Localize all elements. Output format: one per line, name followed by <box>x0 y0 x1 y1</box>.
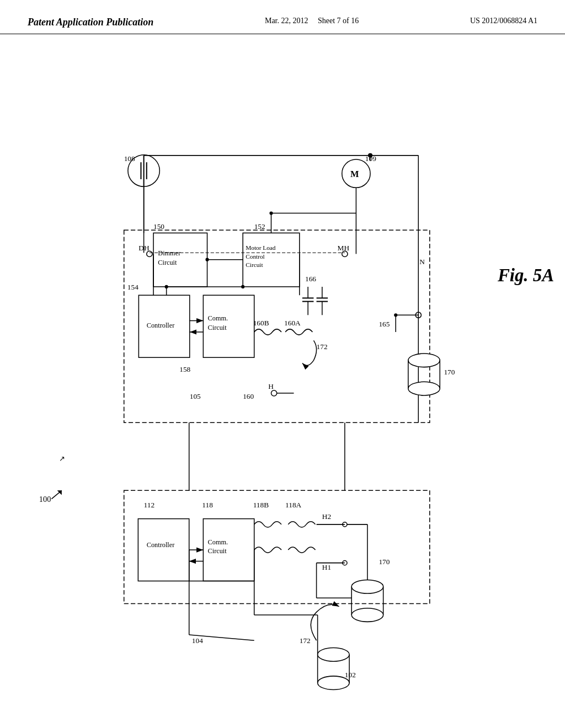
ref-118: 118 <box>202 501 213 509</box>
svg-point-58 <box>271 390 276 396</box>
svg-point-5 <box>318 648 349 662</box>
comm-top-label2: Circuit <box>208 324 227 331</box>
svg-point-69 <box>165 285 168 288</box>
comm-bot-label2: Circuit <box>208 547 227 555</box>
controller-bot-label: Controller <box>147 541 175 549</box>
svg-point-39 <box>368 153 372 158</box>
ref-170-top: 170 <box>444 368 455 376</box>
ref-154: 154 <box>127 283 138 291</box>
svg-point-72 <box>269 211 273 215</box>
publication-date: Mar. 22, 2012 <box>265 17 308 25</box>
patent-page: Patent Application Publication Mar. 22, … <box>0 0 565 728</box>
ref-104: 104 <box>192 636 203 645</box>
ref-H1: H1 <box>322 563 331 571</box>
ref-150: 150 <box>153 222 164 231</box>
ref-100: 100 <box>39 495 51 504</box>
svg-point-63 <box>408 382 440 395</box>
comm-bot-label: Comm. <box>208 538 228 546</box>
ref-172-top: 172 <box>317 342 328 351</box>
ref-118A: 118A <box>285 501 301 509</box>
ref-166: 166 <box>305 275 316 283</box>
svg-rect-43 <box>243 233 300 286</box>
svg-point-60 <box>408 354 440 367</box>
motor-ctrl-label2: Control <box>246 253 264 260</box>
ref-152: 152 <box>254 222 265 231</box>
ref-158: 158 <box>179 365 190 373</box>
label-N: N <box>419 258 425 266</box>
ref-172-bot: 172 <box>300 636 311 645</box>
header-center: Mar. 22, 2012 Sheet 7 of 16 <box>265 17 359 25</box>
ref-165: 165 <box>379 320 390 328</box>
ref-100-arrow: ↗ <box>59 454 65 463</box>
dimmer-label1: Dimmer <box>158 249 180 257</box>
ref-160A: 160A <box>284 319 301 327</box>
svg-rect-7 <box>138 519 189 581</box>
motor-ctrl-label1: Motor Load <box>246 244 275 251</box>
circuit-diagram: Fig. 5A 100 102 172 Controller 112 <box>0 72 565 722</box>
ref-108: 108 <box>124 154 135 163</box>
svg-point-22 <box>351 608 383 622</box>
ref-112: 112 <box>144 501 155 509</box>
diagram-svg: Fig. 5A 100 102 172 Controller 112 <box>0 72 565 722</box>
label-DH: DH <box>138 244 150 252</box>
ref-160B: 160B <box>253 319 269 327</box>
ref-105: 105 <box>190 392 201 400</box>
motor-M: M <box>350 169 359 179</box>
sheet-info: Sheet 7 of 16 <box>318 17 359 25</box>
svg-point-68 <box>241 285 244 288</box>
svg-point-34 <box>147 251 152 256</box>
svg-point-19 <box>351 580 383 593</box>
label-H: H <box>268 382 274 390</box>
svg-point-45 <box>205 258 209 261</box>
comm-top-label1: Comm. <box>208 314 228 322</box>
label-MH: MH <box>338 244 350 252</box>
svg-marker-1 <box>57 490 62 495</box>
dimmer-label2: Circuit <box>158 259 177 266</box>
ref-170-bot: 170 <box>379 558 390 566</box>
ref-118B: 118B <box>253 501 269 509</box>
controller-top-label: Controller <box>147 322 175 329</box>
ref-H2: H2 <box>322 512 331 521</box>
patent-number: US 2012/0068824 A1 <box>470 17 537 25</box>
publication-title: Patent Application Publication <box>28 17 153 28</box>
ref-160: 160 <box>243 392 254 400</box>
figure-label: Fig. 5A <box>497 265 554 285</box>
motor-ctrl-label3: Circuit <box>246 261 263 268</box>
ref-102-label: 102 <box>345 671 356 679</box>
page-header: Patent Application Publication Mar. 22, … <box>0 0 565 34</box>
